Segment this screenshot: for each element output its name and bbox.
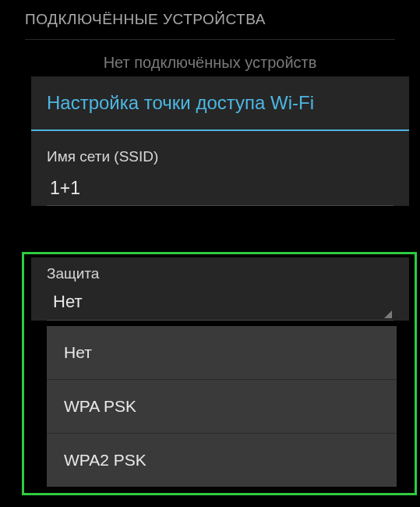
ssid-label: Имя сети (SSID) (47, 148, 394, 165)
security-label: Защита (47, 265, 394, 282)
page-header: ПОДКЛЮЧЁННЫЕ УСТРОЙСТВА (0, 0, 420, 39)
no-devices-message: Нет подключённых устройств (0, 46, 420, 75)
security-section: Защита Нет (31, 257, 409, 321)
security-inner: Защита Нет (31, 257, 409, 321)
security-selected-value: Нет (53, 292, 82, 311)
ssid-input[interactable] (47, 173, 394, 206)
wifi-settings-dialog: Настройка точки доступа Wi-Fi Имя сети (… (31, 76, 409, 206)
dialog-title: Настройка точки доступа Wi-Fi (31, 76, 409, 129)
security-select[interactable]: Нет (47, 289, 394, 321)
dropdown-triangle-icon (384, 310, 392, 318)
dialog-title-underline (31, 129, 409, 131)
dropdown-option-wpa-psk[interactable]: WPA PSK (47, 380, 397, 434)
dropdown-option-wpa2-psk[interactable]: WPA2 PSK (47, 434, 397, 487)
ssid-field-group: Имя сети (SSID) (31, 148, 409, 206)
page-title: ПОДКЛЮЧЁННЫЕ УСТРОЙСТВА (25, 11, 266, 27)
dropdown-option-none[interactable]: Нет (47, 326, 397, 380)
header-divider (25, 39, 395, 40)
security-dropdown: Нет WPA PSK WPA2 PSK (47, 326, 397, 487)
